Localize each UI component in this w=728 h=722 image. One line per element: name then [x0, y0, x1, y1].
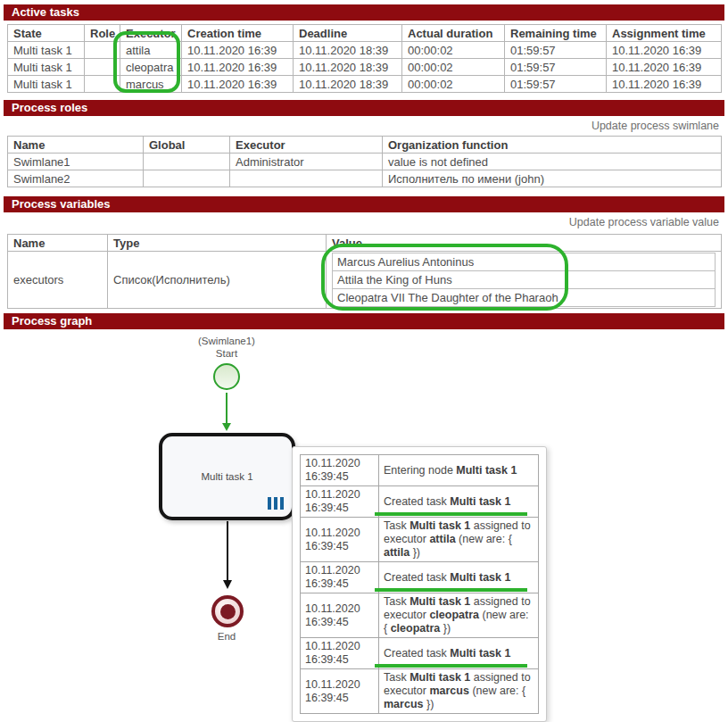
log-timestamp: 10.11.2020 16:39:45: [301, 593, 379, 638]
table-cell: 10.11.2020 16:39: [607, 59, 722, 76]
section-title: Process graph: [12, 314, 92, 328]
column-header: Executor: [230, 137, 383, 154]
log-message: Task Multi task 1 assigned to executor c…: [379, 593, 539, 638]
section-header-active-tasks: Active tasks: [4, 4, 724, 21]
table-cell: 00:00:02: [402, 59, 505, 76]
log-message: Task Multi task 1 assigned to executor a…: [379, 518, 539, 562]
section-header-process-roles: Process roles: [4, 100, 724, 116]
variable-name-cell: executors: [8, 252, 108, 309]
table-cell: Swimlane1: [8, 154, 144, 170]
column-header: Name: [8, 235, 108, 252]
table-cell: Marcus Aurelius Antoninus: [333, 253, 716, 271]
table-cell: [85, 59, 120, 76]
table-row: Multi task 1cleopatra10.11.2020 16:3910.…: [8, 59, 722, 76]
process-graph-canvas: (Swimlane1) Start Multi task 1 End 10.11…: [0, 329, 728, 719]
table-cell: [230, 170, 383, 187]
table-cell: 00:00:02: [402, 42, 505, 59]
table-cell: Исполнитель по имени (john): [383, 170, 722, 187]
start-node-label: Start: [137, 348, 316, 360]
table-cell: 01:59:57: [505, 76, 607, 93]
log-timestamp: 10.11.2020 16:39:45: [301, 518, 379, 562]
log-message: Created task Multi task 1: [379, 638, 539, 669]
log-message: Entering node Multi task 1: [379, 455, 539, 486]
annotation-underline: [375, 588, 527, 592]
column-header: State: [8, 25, 85, 42]
multi-instance-icon: [265, 497, 284, 511]
table-cell: 10.11.2020 18:39: [294, 76, 402, 93]
log-message: Created task Multi task 1: [379, 486, 539, 518]
table-cell: marcus: [120, 76, 182, 93]
log-row: 10.11.2020 16:39:45Task Multi task 1 ass…: [301, 518, 539, 562]
section-title: Process variables: [12, 197, 111, 211]
log-message: Task Multi task 1 assigned to executor m…: [379, 669, 539, 714]
table-cell: Administrator: [230, 154, 383, 170]
task-node-multi-task-1[interactable]: Multi task 1: [159, 433, 295, 520]
log-row: 10.11.2020 16:39:45Created task Multi ta…: [301, 562, 539, 593]
table-cell: Attila the King of Huns: [333, 271, 716, 289]
table-cell: Swimlane2: [8, 170, 144, 187]
column-header: Global: [144, 137, 230, 154]
column-header: Creation time: [182, 25, 294, 42]
log-timestamp: 10.11.2020 16:39:45: [301, 486, 379, 518]
graph-log-tooltip: 10.11.2020 16:39:45Entering node Multi t…: [292, 446, 547, 722]
table-cell: Multi task 1: [8, 42, 85, 59]
table-row: Cleopatra VII The Daughter of the Pharao…: [333, 289, 716, 307]
log-timestamp: 10.11.2020 16:39:45: [301, 669, 379, 714]
table-cell: [85, 76, 120, 93]
swimlane-label: (Swimlane1): [137, 336, 316, 347]
section-title: Process roles: [12, 101, 87, 114]
graph-log-table: 10.11.2020 16:39:45Entering node Multi t…: [300, 454, 539, 714]
log-message: Created task Multi task 1: [379, 562, 539, 593]
update-process-swimlane-link[interactable]: Update process swimlane: [9, 120, 719, 133]
table-row: executors Список(Исполнитель) Marcus Aur…: [8, 252, 722, 309]
log-timestamp: 10.11.2020 16:39:45: [301, 562, 379, 593]
log-row: 10.11.2020 16:39:45Created task Multi ta…: [301, 486, 539, 518]
end-node-label: End: [137, 631, 316, 643]
table-cell: value is not defined: [383, 154, 722, 170]
table-row: Swimlane2Исполнитель по имени (john): [8, 170, 722, 187]
table-cell: cleopatra: [120, 59, 182, 76]
table-cell: 10.11.2020 18:39: [294, 42, 402, 59]
active-tasks-table: StateRoleExecutorCreation timeDeadlineAc…: [7, 24, 722, 93]
table-cell: 10.11.2020 16:39: [182, 76, 294, 93]
end-node-icon: [211, 595, 244, 627]
table-cell: 10.11.2020 16:39: [607, 42, 722, 59]
transition-line-task-to-end: [227, 521, 228, 581]
table-cell: [85, 42, 120, 59]
column-header: Type: [108, 235, 327, 252]
column-header: Deadline: [294, 25, 402, 42]
arrowhead-icon: [222, 423, 231, 431]
table-cell: Multi task 1: [8, 76, 85, 93]
log-timestamp: 10.11.2020 16:39:45: [301, 455, 379, 486]
table-cell: Multi task 1: [8, 59, 85, 76]
column-header: Value: [327, 235, 722, 252]
table-cell: [144, 154, 230, 170]
section-title: Active tasks: [12, 5, 79, 19]
table-row: Attila the King of Huns: [333, 271, 716, 289]
section-header-process-variables: Process variables: [4, 196, 724, 212]
table-header-row: NameGlobalExecutorOrganization function: [8, 137, 722, 154]
table-cell: [144, 170, 230, 187]
column-header: Organization function: [383, 137, 722, 154]
table-header-row: NameTypeValue: [8, 235, 722, 252]
process-roles-table: NameGlobalExecutorOrganization function …: [7, 136, 722, 187]
column-header: Executor: [120, 25, 182, 42]
table-row: Multi task 1marcus10.11.2020 16:3910.11.…: [8, 76, 722, 93]
table-header-row: StateRoleExecutorCreation timeDeadlineAc…: [8, 25, 722, 42]
table-cell: 00:00:02: [402, 76, 505, 93]
variable-values-table: Marcus Aurelius AntoninusAttila the King…: [332, 253, 716, 307]
annotation-underline: [375, 664, 527, 668]
arrowhead-icon: [223, 580, 232, 589]
update-process-variable-link[interactable]: Update process variable value: [9, 216, 719, 229]
column-header: Role: [85, 25, 120, 42]
table-cell: attila: [120, 42, 182, 59]
variable-value-cell: Marcus Aurelius AntoninusAttila the King…: [327, 252, 722, 309]
task-node-label: Multi task 1: [201, 471, 252, 482]
table-cell: 01:59:57: [505, 59, 607, 76]
transition-line-start-to-task: [226, 393, 228, 424]
table-row: Marcus Aurelius Antoninus: [333, 253, 716, 271]
log-timestamp: 10.11.2020 16:39:45: [301, 638, 379, 669]
start-node-icon: [213, 363, 240, 390]
variable-type-cell: Список(Исполнитель): [108, 252, 327, 309]
column-header: Actual duration: [402, 25, 505, 42]
